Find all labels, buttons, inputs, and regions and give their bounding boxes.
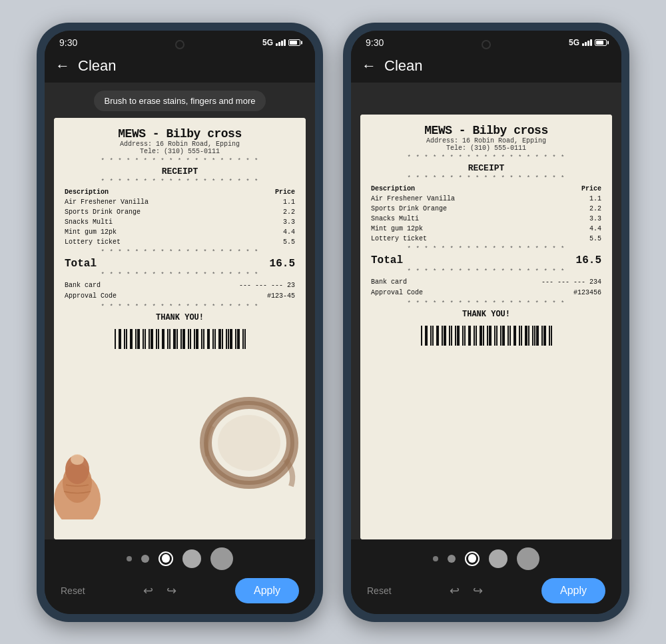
receipt-payment-1: Bank card --- --- --- 23 Approval Code #… bbox=[65, 280, 295, 302]
finger-overlay-1 bbox=[54, 446, 114, 519]
camera-notch bbox=[175, 40, 184, 49]
table-row: Sports Drink Orange 2.2 bbox=[371, 204, 601, 214]
receipt-2: MEWS - Bilby cross Address: 16 Robin Roa… bbox=[360, 115, 612, 539]
tooltip-1: Brush to erase stains, fingers and more bbox=[94, 91, 266, 111]
receipt-total-1: Total 16.5 bbox=[65, 258, 295, 270]
receipt-divider-1d: * * * * * * * * * * * * * * * * * * * bbox=[65, 272, 295, 278]
brush-size-2-small[interactable] bbox=[433, 556, 438, 561]
brush-size-1-xlarge[interactable] bbox=[210, 547, 233, 570]
brush-size-2-medium[interactable] bbox=[465, 551, 480, 566]
receipt-tele-2: Tele: (310) 555-0111 bbox=[371, 145, 601, 152]
redo-button-1[interactable]: ↪ bbox=[166, 583, 176, 598]
back-button-2[interactable]: ← bbox=[362, 57, 376, 75]
table-row: Snacks Multi 3.3 bbox=[371, 214, 601, 224]
apply-button-2[interactable]: Apply bbox=[541, 578, 605, 603]
bottom-controls-2: Reset ↩ ↪ Apply bbox=[351, 539, 621, 614]
barcode-2 bbox=[371, 323, 601, 348]
reset-button-1[interactable]: Reset bbox=[61, 585, 85, 596]
receipt-divider-2b: * * * * * * * * * * * * * * * * * * * bbox=[371, 175, 601, 182]
undo-button-1[interactable]: ↩ bbox=[143, 583, 153, 598]
table-row: Sports Drink Orange 2.2 bbox=[65, 207, 295, 217]
signal-icon-1 bbox=[276, 39, 286, 46]
status-time-2: 9:30 bbox=[366, 37, 384, 48]
apply-button-1[interactable]: Apply bbox=[235, 578, 299, 603]
receipt-thankyou-2: THANK YOU! bbox=[371, 310, 601, 319]
table-row: Air Freshener Vanilla 1.1 bbox=[371, 194, 601, 204]
status-icons-2: 5G bbox=[569, 38, 607, 47]
brush-size-2-xlarge[interactable] bbox=[517, 547, 539, 570]
receipt-table-2: Description Price Air Freshener Vanilla … bbox=[371, 184, 601, 244]
table-row: Lottery ticket 5.5 bbox=[371, 234, 601, 244]
brush-size-row-2 bbox=[364, 547, 608, 570]
table-row: Bank card --- --- --- 23 bbox=[65, 280, 295, 291]
svg-point-6 bbox=[71, 454, 84, 465]
receipt-divider-1a: * * * * * * * * * * * * * * * * * * * bbox=[65, 158, 295, 164]
app-bar-1: ← Clean bbox=[45, 52, 315, 83]
signal-icon-2 bbox=[582, 39, 592, 46]
action-row-1: Reset ↩ ↪ Apply bbox=[58, 578, 302, 603]
battery-icon-1 bbox=[288, 39, 300, 46]
page-title-2: Clean bbox=[384, 57, 422, 75]
back-button-1[interactable]: ← bbox=[55, 57, 70, 75]
camera-notch-2 bbox=[482, 40, 491, 49]
svg-point-3 bbox=[54, 473, 101, 519]
bottom-controls-1: Reset ↩ ↪ Apply bbox=[45, 539, 315, 614]
history-buttons-1: ↩ ↪ bbox=[143, 583, 176, 598]
brush-size-1-medium[interactable] bbox=[159, 551, 173, 566]
table-row: Bank card --- --- --- 234 bbox=[371, 277, 601, 288]
receipt-header-1: MEWS - Bilby cross Address: 16 Robin Roa… bbox=[65, 127, 295, 155]
receipt-thankyou-1: THANK YOU! bbox=[65, 313, 295, 322]
app-bar-2: ← Clean bbox=[351, 52, 621, 83]
table-row: Description Price bbox=[65, 187, 295, 197]
action-row-2: Reset ↩ ↪ Apply bbox=[364, 578, 608, 603]
table-row: Air Freshener Vanilla 1.1 bbox=[65, 197, 295, 207]
brush-size-1-large[interactable] bbox=[182, 549, 201, 568]
status-icons-1: 5G bbox=[262, 38, 300, 47]
receipt-container-1[interactable]: MEWS - Bilby cross Address: 16 Robin Roa… bbox=[54, 118, 306, 539]
receipt-tele-1: Tele: (310) 555-0111 bbox=[65, 148, 295, 155]
table-row: Lottery ticket 5.5 bbox=[65, 237, 295, 247]
receipt-title-1: RECEIPT bbox=[65, 166, 295, 176]
brush-size-row-1 bbox=[58, 547, 302, 570]
table-row: Description Price bbox=[371, 184, 601, 194]
receipt-payment-2: Bank card --- --- --- 234 Approval Code … bbox=[371, 277, 601, 298]
receipt-divider-2e: * * * * * * * * * * * * * * * * * * * bbox=[371, 300, 601, 307]
receipt-divider-2c: * * * * * * * * * * * * * * * * * * * bbox=[371, 246, 601, 252]
receipt-divider-1e: * * * * * * * * * * * * * * * * * * * bbox=[65, 304, 295, 310]
receipt-address-2: Address: 16 Robin Road, Epping bbox=[371, 137, 601, 145]
receipt-divider-2d: * * * * * * * * * * * * * * * * * * * bbox=[371, 268, 601, 275]
phone-clean: 9:30 5G ← Clean bbox=[343, 23, 629, 622]
svg-point-1 bbox=[206, 403, 292, 483]
stain-overlay-1 bbox=[192, 393, 299, 499]
brush-size-2-large[interactable] bbox=[489, 549, 507, 568]
redo-button-2[interactable]: ↪ bbox=[473, 583, 483, 598]
history-buttons-2: ↩ ↪ bbox=[450, 583, 483, 598]
receipt-table-1: Description Price Air Freshener Vanilla … bbox=[65, 187, 295, 247]
receipt-total-2: Total 16.5 bbox=[371, 254, 601, 266]
network-label-1: 5G bbox=[262, 38, 273, 47]
table-row: Snacks Multi 3.3 bbox=[65, 217, 295, 227]
table-row: Mint gum 12pk 4.4 bbox=[65, 227, 295, 237]
content-area-2: MEWS - Bilby cross Address: 16 Robin Roa… bbox=[351, 83, 621, 539]
brush-size-1-medium-sm[interactable] bbox=[141, 555, 149, 563]
battery-icon-2 bbox=[595, 39, 607, 46]
barcode-1 bbox=[65, 326, 295, 352]
table-row: Approval Code #123456 bbox=[371, 288, 601, 298]
receipt-divider-1c: * * * * * * * * * * * * * * * * * * * bbox=[65, 249, 295, 256]
svg-point-4 bbox=[63, 463, 92, 503]
phone-dirty: 9:30 5G ← Clean Brush to erase bbox=[37, 23, 323, 622]
table-row: Approval Code #123-45 bbox=[65, 291, 295, 302]
receipt-divider-2a: * * * * * * * * * * * * * * * * * * * bbox=[371, 155, 601, 161]
svg-point-5 bbox=[65, 455, 89, 484]
network-label-2: 5G bbox=[569, 38, 579, 47]
reset-button-2[interactable]: Reset bbox=[367, 585, 392, 596]
receipt-1: MEWS - Bilby cross Address: 16 Robin Roa… bbox=[54, 118, 306, 539]
receipt-address-1: Address: 16 Robin Road, Epping bbox=[65, 141, 295, 148]
receipt-container-2[interactable]: MEWS - Bilby cross Address: 16 Robin Roa… bbox=[360, 115, 612, 539]
svg-point-2 bbox=[218, 415, 280, 471]
undo-button-2[interactable]: ↩ bbox=[450, 583, 460, 598]
brush-size-2-medium-sm[interactable] bbox=[448, 555, 456, 563]
content-area-1: Brush to erase stains, fingers and more … bbox=[45, 83, 315, 539]
receipt-store-2: MEWS - Bilby cross bbox=[371, 124, 601, 137]
brush-size-1-small[interactable] bbox=[127, 556, 132, 561]
